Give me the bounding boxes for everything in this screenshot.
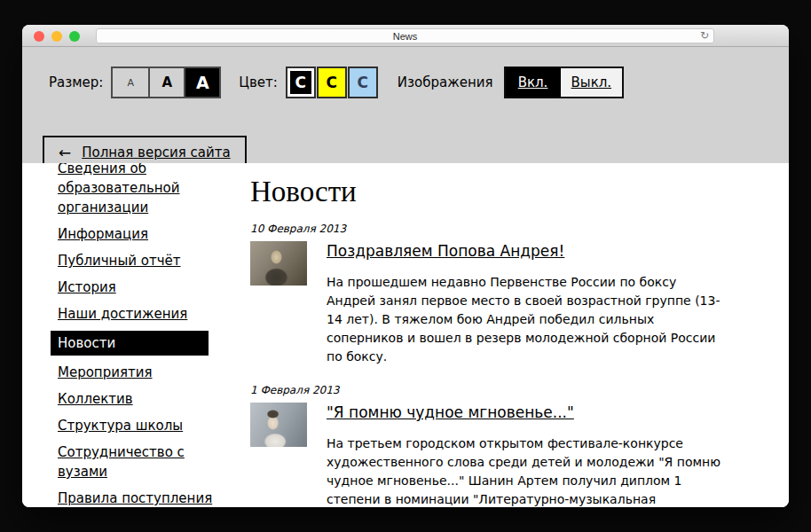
page-title: News: [393, 31, 418, 42]
controls-row: Размер: А А А Цвет: С С С Изображения Вк…: [49, 66, 624, 98]
font-size-small-button[interactable]: А: [113, 68, 148, 97]
font-size-label: Размер:: [49, 74, 103, 90]
news-title-link[interactable]: Поздравляем Попова Андрея!: [327, 242, 564, 260]
sidebar-item-information[interactable]: Информация: [58, 226, 148, 242]
news-body-text: На прошедшем недавно Первенстве России п…: [327, 273, 728, 366]
reload-icon[interactable]: ↻: [700, 29, 709, 43]
left-arrow-icon: ←: [59, 144, 71, 161]
font-size-medium-button[interactable]: А: [148, 68, 184, 97]
fullscreen-button[interactable]: [69, 31, 80, 42]
news-thumbnail-photo: [250, 241, 307, 286]
window-controls: [34, 31, 80, 42]
font-size-large-button[interactable]: А: [184, 68, 219, 97]
images-off-button[interactable]: Выкл.: [561, 68, 623, 97]
sidebar-navigation: Сведения об образовательной организации …: [58, 163, 217, 507]
news-main: Новости 10 Февраля 2013 Поздравляем Попо…: [250, 163, 734, 507]
sidebar-item-admission-rules[interactable]: Правила поступления: [58, 490, 212, 506]
images-toggle-group: Вкл. Выкл.: [504, 66, 625, 98]
news-item: 1 Февраля 2013 "Я помню чудное мгновенье…: [250, 384, 734, 507]
color-scheme-label: Цвет:: [239, 74, 278, 90]
sidebar-item-history[interactable]: История: [58, 279, 116, 295]
images-on-button[interactable]: Вкл.: [506, 68, 561, 97]
page-content: Сведения об образовательной организации …: [22, 163, 789, 507]
sidebar-item-events[interactable]: Мероприятия: [58, 364, 152, 380]
sidebar-item-news[interactable]: Новости: [51, 331, 209, 356]
color-scheme-blue-button[interactable]: С: [348, 66, 378, 98]
news-thumbnail-photo: [250, 403, 307, 447]
color-scheme-black-button[interactable]: С: [286, 66, 316, 98]
sidebar-item-university-cooperation[interactable]: Сотрудничество с вузами: [58, 444, 185, 480]
news-date: 10 Февраля 2013: [250, 223, 734, 235]
news-item: 10 Февраля 2013 Поздравляем Попова Андре…: [250, 223, 734, 366]
font-size-group: А А А: [111, 66, 221, 98]
minimize-button[interactable]: [51, 31, 62, 42]
sidebar-item-school-structure[interactable]: Структура школы: [58, 418, 183, 434]
close-button[interactable]: [34, 31, 44, 42]
sidebar-item-staff[interactable]: Коллектив: [58, 391, 133, 407]
browser-titlebar: News ↻: [22, 25, 789, 47]
images-label: Изображения: [398, 74, 493, 90]
full-site-version-label: Полная версия сайта: [82, 145, 230, 160]
news-date: 1 Февраля 2013: [250, 384, 734, 396]
address-bar[interactable]: News ↻: [96, 28, 714, 43]
sidebar-item-org-info[interactable]: Сведения об образовательной организации: [58, 163, 179, 215]
browser-window: News ↻ Размер: А А А Цвет: С С С Изображ…: [22, 25, 789, 507]
sidebar-item-achievements[interactable]: Наши достижения: [58, 306, 187, 322]
nav-list: Сведения об образовательной организации …: [58, 163, 217, 507]
color-scheme-yellow-button[interactable]: С: [317, 66, 347, 98]
news-body-text: На третьем городском открытом фестивале-…: [327, 434, 728, 507]
accessibility-toolbar: Размер: А А А Цвет: С С С Изображения Вк…: [22, 47, 789, 163]
news-title-link[interactable]: "Я помню чудное мгновенье...": [327, 403, 574, 421]
sidebar-item-public-report[interactable]: Публичный отчёт: [58, 253, 181, 269]
page-heading: Новости: [250, 175, 734, 208]
color-scheme-group: С С С: [286, 66, 378, 98]
